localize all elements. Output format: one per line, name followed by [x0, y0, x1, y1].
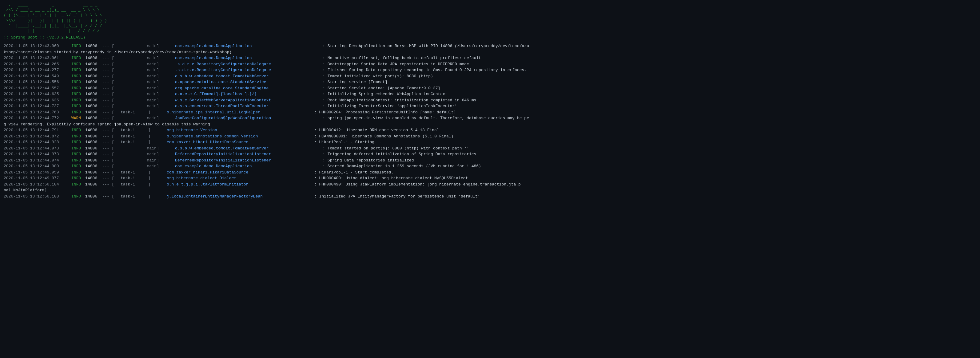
log-container: 2020-11-05 13:12:43.960 INFO 14806 --- […: [4, 43, 976, 199]
log-line: 2020-11-05 13:12:44.973 INFO 14806 --- […: [4, 145, 976, 152]
log-line: 2020-11-05 13:12:44.980 INFO 14806 --- […: [4, 163, 976, 169]
log-line: 2020-11-05 13:12:50.108 INFO 14806 --- […: [4, 193, 976, 200]
log-line: 2020-11-05 13:12:44.974 INFO 14806 --- […: [4, 157, 976, 164]
log-line: 2020-11-05 13:12:44.557 INFO 14806 --- […: [4, 85, 976, 91]
log-line: 2020-11-05 13:12:44.791 INFO 14806 --- […: [4, 127, 976, 133]
terminal-window: . ____ _ __ _ _ /\\ / ___'_ __ _ _(_)_ _…: [4, 2, 976, 358]
log-line: 2020-11-05 13:12:44.277 INFO 14806 --- […: [4, 67, 976, 74]
log-line: 2020-11-05 13:12:49.959 INFO 14806 --- […: [4, 169, 976, 176]
log-line: g view rendering. Explicitly configure s…: [4, 121, 976, 128]
log-line: 2020-11-05 13:12:49.977 INFO 14806 --- […: [4, 175, 976, 181]
log-line: 2020-11-05 13:12:44.772 WARN 14806 --- […: [4, 115, 976, 121]
log-line: 2020-11-05 13:12:44.265 INFO 14806 --- […: [4, 61, 976, 67]
log-line: 2020-11-05 13:12:44.635 INFO 14806 --- […: [4, 97, 976, 104]
log-line: 2020-11-05 13:12:43.960 INFO 14806 --- […: [4, 43, 976, 49]
log-line: nal.NoJtaPlatform]: [4, 187, 976, 193]
log-line: 2020-11-05 13:12:44.973 INFO 14806 --- […: [4, 151, 976, 157]
log-line: 2020-11-05 13:12:44.763 INFO 14806 --- […: [4, 109, 976, 115]
log-line: 2020-11-05 13:12:44.549 INFO 14806 --- […: [4, 74, 976, 80]
log-line: 2020-11-05 13:12:43.961 INFO 14806 --- […: [4, 55, 976, 61]
log-line: 2020-11-05 13:12:44.556 INFO 14806 --- […: [4, 79, 976, 85]
log-line: kshop/target/classes started by rorypred…: [4, 49, 976, 56]
log-line: 2020-11-05 13:12:44.928 INFO 14806 --- […: [4, 139, 976, 145]
log-line: 2020-11-05 13:12:44.737 INFO 14806 --- […: [4, 103, 976, 109]
spring-logo: . ____ _ __ _ _ /\\ / ___'_ __ _ _(_)_ _…: [4, 2, 976, 34]
log-line: 2020-11-05 13:12:44.872 INFO 14806 --- […: [4, 133, 976, 139]
log-line: 2020-11-05 13:12:50.104 INFO 14806 --- […: [4, 181, 976, 188]
spring-version: :: Spring Boot :: (v2.3.2.RELEASE): [4, 35, 976, 41]
log-line: 2020-11-05 13:12:44.635 INFO 14806 --- […: [4, 91, 976, 97]
